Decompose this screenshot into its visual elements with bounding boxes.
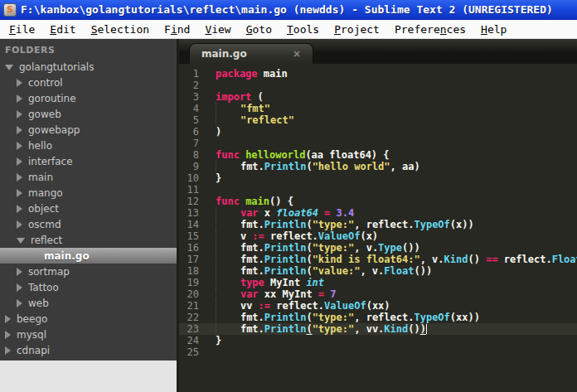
menu-bar: FileEditSelectionFindViewGotoToolsProjec… [0,20,577,39]
menu-item-project[interactable]: Project [327,22,387,37]
tree-folder-goweb[interactable]: goweb [0,106,177,122]
tree-folder-web[interactable]: web [0,295,177,311]
tree-item-label: oscmd [28,219,61,230]
code-token: Kind [384,323,408,335]
code-line[interactable]: 22 fmt.Println("type:", reflect.TypeOf(x… [179,312,577,323]
title-bar[interactable]: S F:\kanbox\golangtutorials\reflect\main… [0,0,577,20]
menu-item-tools[interactable]: Tools [279,22,327,37]
tree-folder-cdnapi[interactable]: cdnapi [0,342,177,358]
tree-folder-object[interactable]: object [0,201,177,216]
code-line[interactable]: 15 v := reflect.ValueOf(x) [179,230,577,242]
code-line[interactable]: 1package main [179,68,577,80]
tree-folder-sortmap[interactable]: sortmap [0,264,177,279]
tree-folder-beego[interactable]: beego [0,311,177,327]
code-token: "kind is float64:" [313,254,420,265]
code-line[interactable]: 4 "fmt" [179,103,577,114]
triangle-right-icon[interactable] [17,299,22,307]
code-line[interactable]: 24} [179,335,577,346]
text-cursor [426,324,427,334]
triangle-right-icon[interactable] [5,315,11,323]
triangle-right-icon[interactable] [17,79,22,87]
code-line[interactable]: 5 "reflect" [179,114,577,126]
triangle-down-icon[interactable] [17,238,25,244]
tree-item-label: goweb [28,109,61,120]
menu-item-find[interactable]: Find [157,22,197,37]
indent-guide [216,114,240,126]
code-line[interactable]: 14 fmt.Println("type:", reflect.TypeOf(x… [179,219,577,230]
tree-folder-control[interactable]: control [0,75,177,90]
tree-folder-interface[interactable]: interface [0,153,177,169]
tree-folder-reflect[interactable]: reflect [0,232,177,248]
code-line[interactable]: 20 var xx MyInt = 7 [179,288,577,300]
triangle-right-icon[interactable] [17,268,22,276]
code-line-text: "fmt" [201,103,270,114]
close-icon[interactable]: × [293,48,301,60]
tree-folder-gowebapp[interactable]: gowebapp [0,122,177,138]
code-line[interactable]: 23 fmt.Println("type:", vv.Kind()) [179,323,577,335]
triangle-down-icon[interactable] [5,65,13,70]
code-line-text: ) [201,126,221,138]
indent-guide [216,254,240,265]
code-token: TypeOf [414,312,449,323]
code-token: main [258,68,288,80]
tree-folder-tattoo[interactable]: Tattoo [0,279,177,295]
tree-item-label: gowebapp [28,124,80,136]
code-editor[interactable]: 1package main23import (4 "fmt"5 "reflect… [179,64,577,392]
tree-folder-main[interactable]: main [0,169,177,185]
indent-guide [216,242,240,254]
triangle-right-icon[interactable] [17,110,22,119]
line-number: 6 [179,126,201,138]
menu-item-file[interactable]: File [2,22,42,37]
triangle-right-icon[interactable] [17,157,22,166]
code-line[interactable]: 19 type MyInt int [179,277,577,288]
menu-item-selection[interactable]: Selection [84,22,157,37]
triangle-right-icon[interactable] [17,205,22,213]
triangle-right-icon[interactable] [17,94,22,103]
triangle-right-icon[interactable] [5,346,11,355]
line-number: 23 [179,323,201,335]
tree-folder-mysql[interactable]: mysql [0,327,177,342]
menu-item-goto[interactable]: Goto [239,22,279,37]
menu-item-edit[interactable]: Edit [42,22,83,37]
code-line[interactable]: 7 [179,138,577,149]
triangle-right-icon[interactable] [17,283,22,292]
indent-guide [216,219,240,230]
indent-guide [216,161,240,172]
triangle-right-icon[interactable] [17,126,22,134]
code-line[interactable]: 25 [179,346,577,358]
code-line[interactable]: 3import ( [179,91,577,103]
code-line[interactable]: 21 vv := reflect.ValueOf(xx) [179,300,577,312]
tree-folder-goroutine[interactable]: goroutine [0,90,177,106]
tree-folder-oscmd[interactable]: oscmd [0,216,177,232]
line-number: 24 [179,335,201,346]
code-line-text: fmt.Println("hello world", aa) [201,161,420,172]
tree-folder-hello[interactable]: hello [0,138,177,153]
code-line[interactable]: 10} [179,172,577,184]
code-line[interactable]: 11 [179,184,577,196]
menu-item-help[interactable]: Help [473,22,514,37]
code-line[interactable]: 9 fmt.Println("hello world", aa) [179,161,577,172]
menu-item-view[interactable]: View [197,22,238,37]
sidebar: FOLDERS golangtutorialscontrolgoroutineg… [0,39,177,392]
line-number: 9 [179,161,201,172]
tree-folder-golangtutorials[interactable]: golangtutorials [0,59,177,75]
triangle-right-icon[interactable] [5,331,11,339]
triangle-right-icon[interactable] [17,220,22,229]
code-line-text [201,184,216,196]
code-line[interactable]: 16 fmt.Println("type:", v.Type()) [179,242,577,254]
tree-item-label: reflect [31,235,62,246]
code-line[interactable]: 8func helloworld(aa float64) { [179,149,577,161]
tree-file-main-go[interactable]: main.go [0,248,177,264]
code-line[interactable]: 6) [179,126,577,138]
code-line[interactable]: 18 fmt.Println("value:", v.Float()) [179,265,577,277]
triangle-right-icon[interactable] [17,189,22,197]
code-line[interactable]: 12func main() { [179,196,577,207]
triangle-right-icon[interactable] [17,173,22,181]
code-line[interactable]: 13 var x float64 = 3.4 [179,207,577,219]
code-line[interactable]: 2 [179,80,577,91]
tab-main-go[interactable]: main.go × [189,43,313,64]
triangle-right-icon[interactable] [17,142,22,150]
menu-item-preferences[interactable]: Preferences [387,22,473,37]
code-line[interactable]: 17 fmt.Println("kind is float64:", v.Kin… [179,254,577,265]
tree-folder-mango[interactable]: mango [0,185,177,201]
